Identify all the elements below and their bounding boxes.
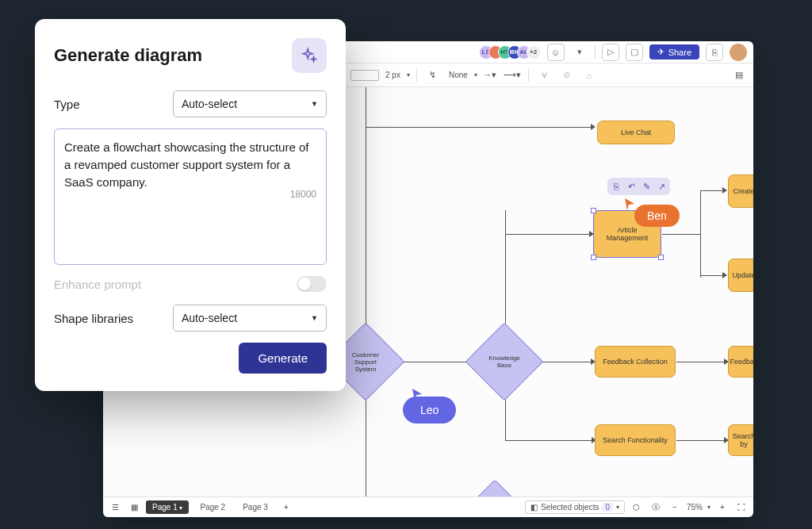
selected-objects-label: Selected objects	[541, 503, 599, 512]
chevron-down-icon[interactable]: ▾	[571, 44, 588, 61]
node-customer-support-system[interactable]: Customer Support System	[338, 334, 393, 389]
shape-libraries-value: Auto-select	[182, 312, 237, 324]
selection-mini-toolbar[interactable]: ⎘ ↶ ✎ ↗	[607, 178, 670, 195]
present-icon[interactable]: ▷	[602, 44, 619, 61]
layers-icon: ◧	[530, 503, 538, 512]
zoom-level[interactable]: 75%	[687, 503, 703, 512]
connector[interactable]	[700, 190, 724, 191]
connector[interactable]	[366, 87, 366, 127]
node-label: Article Management	[607, 226, 649, 242]
chevron-down-icon: ▾	[616, 504, 619, 511]
lock-open-icon[interactable]: ⊘	[557, 66, 576, 85]
page-tab-1[interactable]: Page 1 ▾	[146, 500, 189, 514]
cube-icon[interactable]: ⬡	[630, 500, 644, 515]
avatar-overflow[interactable]: +2	[527, 45, 541, 59]
type-select[interactable]: Auto-select ▼	[173, 90, 327, 117]
node-label: Search by	[732, 432, 753, 448]
undo-icon[interactable]: ↶	[625, 180, 638, 193]
chevron-down-icon[interactable]: ▾	[407, 71, 410, 79]
shape-libraries-select[interactable]: Auto-select ▼	[173, 305, 327, 332]
separator	[416, 68, 417, 82]
accessibility-icon[interactable]: Ⓐ	[649, 500, 663, 515]
node-label: Support Agents	[467, 491, 523, 496]
stroke-width[interactable]: 2 px	[382, 71, 404, 79]
branch-icon[interactable]: ⑂	[535, 66, 554, 85]
arrow-icon	[722, 187, 727, 194]
shape-libraries-label: Shape libraries	[54, 312, 173, 325]
node-search-functionality[interactable]: Search Functionality	[595, 424, 676, 456]
node-label: Customer Support System	[338, 334, 393, 389]
line-style-select[interactable]	[350, 70, 379, 81]
node-label: Live Chat	[621, 128, 651, 136]
grid-view-icon[interactable]: ▦	[127, 500, 141, 515]
page-tab-label: Page 1	[152, 503, 178, 512]
node-feedback-2[interactable]: Feedbac	[728, 346, 753, 378]
arrow-right-icon[interactable]: →▾	[481, 66, 500, 85]
page-tab-3[interactable]: Page 3	[236, 500, 274, 514]
avatar-stack[interactable]: LS HT BH AL +2	[484, 45, 541, 59]
node-support-agents[interactable]: Support Agents	[467, 491, 523, 496]
connector[interactable]	[505, 440, 593, 441]
edit-icon[interactable]: ✎	[640, 180, 653, 193]
line-cap-select[interactable]: None	[446, 71, 471, 79]
send-icon: ✈	[657, 47, 665, 57]
delete-icon[interactable]: ↗	[655, 180, 668, 193]
selection-handle[interactable]	[591, 255, 596, 260]
arrow-icon	[591, 124, 596, 130]
connector[interactable]	[662, 234, 700, 235]
node-feedback-collection[interactable]: Feedback Collection	[595, 346, 676, 378]
node-knowledge-base[interactable]: Knowledge Base	[477, 334, 532, 389]
node-label: Update	[732, 271, 753, 279]
connector[interactable]	[700, 190, 701, 278]
cursor-name: Leo	[420, 404, 439, 416]
layers-icon[interactable]: ▤	[730, 66, 749, 85]
zoom-out-button[interactable]: −	[668, 500, 682, 515]
copy-icon[interactable]: ⎘	[610, 180, 622, 193]
page-tab-2[interactable]: Page 2	[193, 500, 232, 514]
fullscreen-icon[interactable]: ⛶	[734, 500, 749, 515]
prompt-textarea[interactable]: Create a flowchart showcasing the struct…	[54, 128, 327, 265]
list-view-icon[interactable]: ☰	[108, 500, 122, 515]
node-label: Feedback Collection	[603, 358, 668, 366]
enhance-prompt-label: Enhance prompt	[54, 278, 141, 291]
generate-button[interactable]: Generate	[239, 343, 327, 374]
share-button[interactable]: ✈ Share	[649, 44, 699, 59]
node-search-by[interactable]: Search by	[728, 424, 753, 456]
cursor-label-leo: Leo	[403, 397, 456, 424]
footer-bar: ☰ ▦ Page 1 ▾ Page 2 Page 3 + ◧ Selected …	[103, 496, 753, 517]
emoji-reaction-icon[interactable]: ☺	[547, 44, 565, 61]
selection-handle[interactable]	[591, 208, 596, 213]
node-live-chat[interactable]: Live Chat	[597, 121, 675, 144]
connector[interactable]	[366, 389, 366, 496]
zoom-controls: − 75% ▾ + ⛶	[668, 500, 749, 515]
connector[interactable]	[535, 362, 592, 362]
node-label: Knowledge Base	[477, 334, 532, 389]
node-create[interactable]: Create	[728, 174, 753, 208]
node-label: Search Functionality	[603, 436, 668, 444]
sparkle-icon	[301, 47, 318, 64]
connector[interactable]	[505, 210, 506, 337]
caret-down-icon: ▼	[311, 100, 318, 108]
video-icon[interactable]: ▢	[626, 44, 643, 61]
chevron-down-icon[interactable]: ▾	[474, 71, 477, 79]
profile-avatar[interactable]	[730, 44, 747, 61]
link-icon[interactable]: ⎘	[706, 44, 723, 61]
node-update[interactable]: Update	[728, 259, 753, 292]
connector[interactable]	[366, 127, 592, 128]
type-select-value: Auto-select	[182, 98, 237, 110]
lock-icon[interactable]: ⌂	[580, 66, 599, 85]
enhance-prompt-toggle[interactable]	[297, 276, 327, 292]
connector-icon[interactable]: ↯	[423, 66, 442, 85]
panel-title: Generate diagram	[54, 45, 202, 66]
connector[interactable]	[505, 234, 591, 235]
add-page-icon[interactable]: +	[279, 500, 293, 515]
connector[interactable]	[700, 275, 724, 276]
chevron-down-icon[interactable]: ▾	[707, 504, 710, 511]
connector[interactable]	[676, 362, 726, 362]
connector[interactable]	[676, 440, 726, 441]
arrow-end-icon[interactable]: ⟶▾	[503, 66, 522, 85]
selected-objects-indicator[interactable]: ◧ Selected objects 0 ▾	[525, 500, 625, 514]
sparkle-button[interactable]	[292, 38, 327, 73]
zoom-in-button[interactable]: +	[715, 500, 730, 515]
selection-handle[interactable]	[658, 255, 664, 260]
